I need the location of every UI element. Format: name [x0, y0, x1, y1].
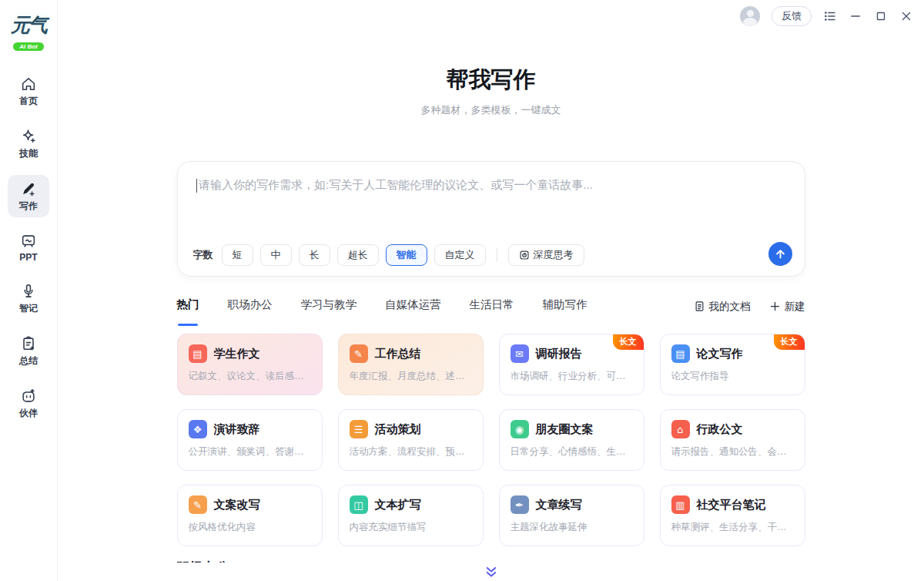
expand-icon: ◫ — [350, 495, 368, 514]
toolbar-divider — [497, 248, 497, 262]
sidebar-item-label: 技能 — [19, 147, 38, 160]
writing-icon — [20, 180, 37, 197]
template-card[interactable]: ☰活动策划活动方案、流程安排、预算... — [338, 409, 484, 471]
deep-think-icon — [519, 250, 530, 260]
card-head: ▤论文写作 — [671, 344, 794, 363]
template-card[interactable]: ⌂行政公文请示报告、通知公告、会议... — [660, 409, 805, 471]
card-description: 公开演讲、颁奖词、答谢发言 — [189, 445, 311, 458]
card-head: ✎工作总结 — [350, 344, 472, 363]
template-card-grid: ▤学生作文记叙文、议论文、读后感、...✎工作总结年度汇报、月度总结、述职...… — [177, 334, 805, 546]
card-head: ✎文案改写 — [189, 495, 311, 514]
card-head: ✉调研报告 — [511, 344, 633, 363]
card-title: 文案改写 — [214, 498, 260, 512]
template-card[interactable]: ◫文本扩写内容充实细节描写 — [338, 485, 484, 546]
category-tabs: 热门职场办公学习与教学自媒体运营生活日常辅助写作 — [177, 297, 588, 315]
card-head: ◫文本扩写 — [350, 495, 472, 514]
titlebar: 反馈 — [740, 6, 913, 26]
word-count-label: 字数 — [193, 248, 213, 262]
ppt-icon — [20, 233, 37, 250]
template-card[interactable]: ✎工作总结年度汇报、月度总结、述职... — [338, 334, 484, 395]
sidebar-item-label: 写作 — [19, 200, 38, 213]
menu-list-icon[interactable] — [823, 9, 837, 23]
template-card[interactable]: ✎文案改写按风格优化内容 — [177, 485, 323, 546]
my-documents-button[interactable]: 我的文档 — [694, 300, 751, 314]
gov-doc-icon: ⌂ — [671, 420, 690, 438]
thesis-icon: ▤ — [671, 344, 690, 363]
work-summary-icon: ✎ — [350, 344, 368, 363]
sidebar-item-home[interactable]: 首页 — [8, 70, 49, 113]
card-title: 文章续写 — [536, 498, 582, 512]
event-plan-icon: ☰ — [350, 420, 368, 438]
card-head: ⌂行政公文 — [671, 420, 794, 438]
new-document-button[interactable]: 新建 — [769, 300, 805, 314]
card-title: 学生作文 — [214, 347, 260, 361]
sidebar-item-ppt[interactable]: PPT — [8, 227, 49, 267]
app-logo[interactable]: 元气 AI Bot — [11, 12, 46, 52]
scroll-down-chevron-icon[interactable] — [484, 566, 498, 579]
tab-5[interactable]: 生活日常 — [470, 297, 514, 315]
template-card[interactable]: ▥社交平台笔记种草测评、生活分享、干货... — [660, 485, 805, 546]
minimize-icon[interactable] — [849, 9, 862, 23]
card-title: 社交平台笔记 — [697, 498, 766, 512]
sidebar-item-buddy[interactable]: 伙伴 — [8, 382, 49, 425]
template-card[interactable]: ▤学生作文记叙文、议论文、读后感、... — [177, 334, 323, 395]
template-card[interactable]: ✒文章续写主题深化故事延伸 — [499, 485, 644, 546]
buddy-icon — [20, 388, 37, 405]
composer-toolbar: 字数 短中长超长智能自定义 深度思考 — [193, 244, 789, 266]
card-description: 活动方案、流程安排、预算... — [350, 445, 472, 458]
length-option-1[interactable]: 短 — [222, 244, 253, 266]
document-icon — [694, 301, 705, 312]
length-option-6[interactable]: 自定义 — [434, 244, 486, 266]
length-option-4[interactable]: 超长 — [337, 244, 379, 266]
writing-prompt-composer: 请输入你的写作需求，如:写关于人工智能伦理的议论文、或写一个童话故事... 字数… — [177, 161, 805, 277]
card-description: 年度汇报、月度总结、述职... — [350, 370, 472, 383]
logo-text: 元气 — [11, 12, 46, 38]
page-subtitle: 多种题材，多类模板，一键成文 — [58, 103, 924, 117]
tab-6[interactable]: 辅助写作 — [543, 297, 588, 315]
text-caret — [196, 179, 198, 193]
user-avatar[interactable] — [740, 6, 760, 26]
page-title: 帮我写作 — [58, 66, 924, 92]
sidebar-item-label: 伙伴 — [19, 407, 38, 420]
maximize-icon[interactable] — [874, 9, 888, 23]
social-note-icon: ▥ — [671, 495, 690, 514]
length-option-2[interactable]: 中 — [260, 244, 292, 266]
card-head: ▤学生作文 — [189, 344, 311, 363]
tab-2[interactable]: 职场办公 — [228, 297, 273, 315]
template-card[interactable]: ✉调研报告市场调研、行业分析、可行...长文 — [499, 334, 644, 395]
sidebar-item-summary[interactable]: 总结 — [8, 330, 49, 372]
card-head: ☰活动策划 — [350, 420, 472, 438]
prompt-input[interactable]: 请输入你的写作需求，如:写关于人工智能伦理的议论文、或写一个童话故事... — [178, 162, 805, 193]
doc-actions: 我的文档 新建 — [694, 300, 805, 314]
card-description: 主题深化故事延伸 — [511, 521, 633, 534]
template-card[interactable]: ❖演讲致辞公开演讲、颁奖词、答谢发言 — [177, 409, 323, 471]
template-card[interactable]: ▤论文写作论文写作指导长文 — [660, 334, 805, 395]
tab-3[interactable]: 学习与教学 — [301, 297, 357, 315]
card-description: 记叙文、议论文、读后感、... — [189, 370, 311, 383]
sidebar-item-writing[interactable]: 写作 — [8, 175, 49, 217]
card-head: ◉朋友圈文案 — [511, 420, 633, 438]
template-card[interactable]: ◉朋友圈文案日常分享、心情感悟、生活... — [499, 409, 644, 471]
card-description: 市场调研、行业分析、可行... — [511, 370, 633, 383]
card-title: 朋友圈文案 — [536, 422, 594, 437]
sidebar-item-mic[interactable]: 智记 — [8, 277, 49, 320]
long-form-badge: 长文 — [613, 334, 644, 350]
home-icon — [20, 76, 37, 92]
deep-think-button[interactable]: 深度思考 — [508, 244, 584, 266]
card-title: 论文写作 — [697, 347, 743, 361]
send-button[interactable] — [768, 242, 792, 266]
card-description: 内容充实细节描写 — [350, 521, 472, 534]
arrow-up-icon — [775, 248, 786, 260]
mic-icon — [20, 283, 37, 300]
rewrite-icon: ✎ — [189, 495, 207, 514]
close-icon[interactable] — [899, 9, 913, 23]
sidebar-item-skills[interactable]: 技能 — [8, 123, 49, 165]
tab-1[interactable]: 热门 — [177, 297, 199, 315]
card-head: ✒文章续写 — [511, 495, 633, 514]
feedback-button[interactable]: 反馈 — [772, 6, 812, 26]
sidebar-item-label: PPT — [19, 252, 37, 263]
length-option-3[interactable]: 长 — [299, 244, 330, 266]
card-title: 工作总结 — [375, 347, 421, 361]
tab-4[interactable]: 自媒体运营 — [385, 297, 441, 315]
length-option-5[interactable]: 智能 — [386, 244, 427, 266]
